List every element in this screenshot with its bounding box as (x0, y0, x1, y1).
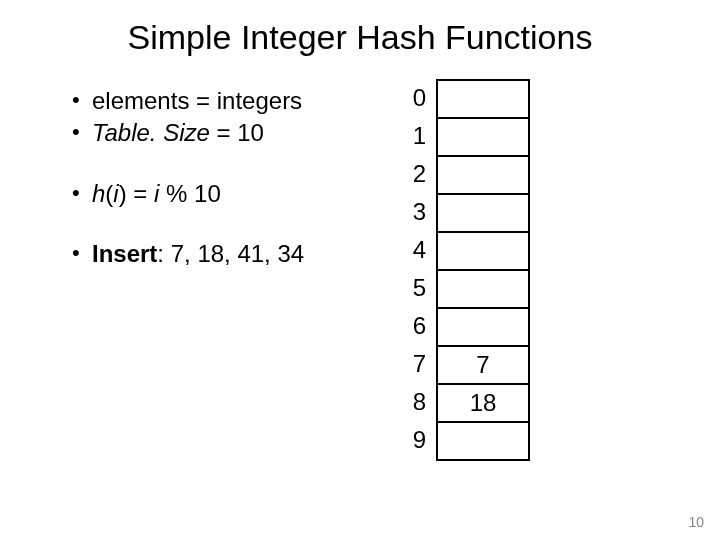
cell (438, 233, 528, 271)
bullet-elements: elements = integers (72, 85, 380, 117)
insert-label: Insert (92, 240, 157, 267)
cell (438, 119, 528, 157)
insert-values: : 7, 18, 41, 34 (157, 240, 304, 267)
slide-title: Simple Integer Hash Functions (0, 18, 720, 57)
index-label: 4 (410, 231, 426, 269)
bullet-insert: Insert: 7, 18, 41, 34 (72, 238, 380, 270)
bullet-tablesize: Table. Size = 10 (72, 117, 380, 149)
index-label: 0 (410, 79, 426, 117)
bullet-hashfn: h(i) = i % 10 (72, 178, 380, 210)
index-label: 1 (410, 117, 426, 155)
cell: 18 (438, 385, 528, 423)
index-label: 6 (410, 307, 426, 345)
cell-column: 7 18 (436, 79, 530, 461)
page-number: 10 (688, 514, 704, 530)
index-label: 7 (410, 345, 426, 383)
cell (438, 157, 528, 195)
cell (438, 271, 528, 309)
index-label: 2 (410, 155, 426, 193)
bullet-elements-text: elements = integers (92, 87, 302, 114)
cell (438, 195, 528, 233)
index-column: 0 1 2 3 4 5 6 7 8 9 (410, 79, 426, 461)
cell: 7 (438, 347, 528, 385)
cell (438, 81, 528, 119)
cell (438, 423, 528, 461)
bullet-tablesize-var: Table. Size (92, 119, 210, 146)
index-label: 9 (410, 421, 426, 459)
hashfn-post: % 10 (159, 180, 220, 207)
hashfn-mid: ) = (119, 180, 154, 207)
index-label: 8 (410, 383, 426, 421)
hashfn-h: h (92, 180, 105, 207)
bullet-list: elements = integers Table. Size = 10 h(i… (0, 85, 380, 271)
slide-body: elements = integers Table. Size = 10 h(i… (0, 85, 720, 461)
index-label: 5 (410, 269, 426, 307)
bullet-tablesize-val: = 10 (210, 119, 264, 146)
cell (438, 309, 528, 347)
index-label: 3 (410, 193, 426, 231)
hash-table: 0 1 2 3 4 5 6 7 8 9 7 18 (410, 79, 530, 461)
